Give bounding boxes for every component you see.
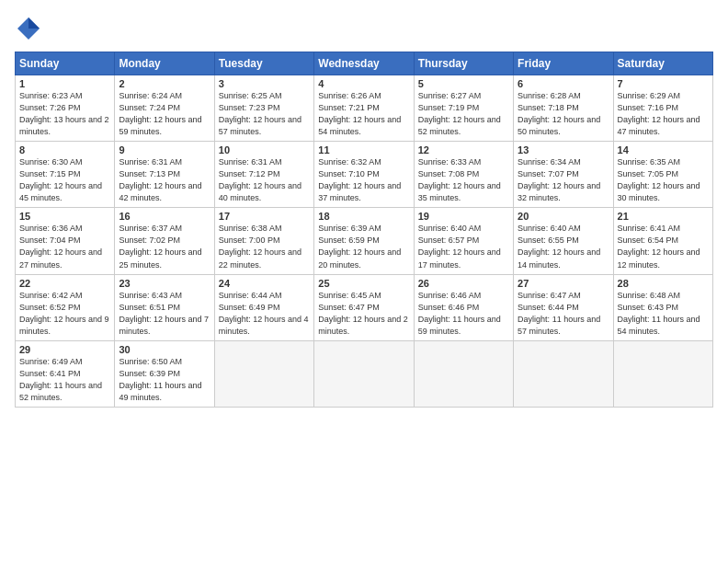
weekday-friday: Friday — [514, 52, 613, 75]
calendar-cell: 29 Sunrise: 6:49 AMSunset: 6:41 PMDaylig… — [16, 340, 115, 407]
day-number: 26 — [418, 278, 509, 289]
calendar-cell — [414, 340, 513, 407]
day-number: 8 — [19, 144, 110, 155]
day-info: Sunrise: 6:31 AMSunset: 7:13 PMDaylight:… — [119, 156, 210, 204]
day-info: Sunrise: 6:32 AMSunset: 7:10 PMDaylight:… — [318, 156, 409, 204]
day-info: Sunrise: 6:48 AMSunset: 6:43 PMDaylight:… — [618, 290, 709, 338]
calendar-cell: 24 Sunrise: 6:44 AMSunset: 6:49 PMDaylig… — [214, 274, 313, 340]
day-info: Sunrise: 6:31 AMSunset: 7:12 PMDaylight:… — [219, 156, 310, 204]
day-number: 28 — [618, 278, 709, 289]
calendar-cell: 18 Sunrise: 6:39 AMSunset: 6:59 PMDaylig… — [314, 208, 414, 274]
calendar-cell: 17 Sunrise: 6:38 AMSunset: 7:00 PMDaylig… — [214, 208, 313, 274]
day-info: Sunrise: 6:26 AMSunset: 7:21 PMDaylight:… — [318, 90, 409, 138]
day-info: Sunrise: 6:28 AMSunset: 7:18 PMDaylight:… — [518, 90, 609, 138]
week-row-5: 29 Sunrise: 6:49 AMSunset: 6:41 PMDaylig… — [16, 340, 713, 407]
header — [15, 15, 713, 42]
logo — [15, 15, 46, 42]
calendar-cell: 3 Sunrise: 6:25 AMSunset: 7:23 PMDayligh… — [214, 75, 313, 142]
day-info: Sunrise: 6:37 AMSunset: 7:02 PMDaylight:… — [119, 223, 210, 270]
week-row-4: 22 Sunrise: 6:42 AMSunset: 6:52 PMDaylig… — [16, 274, 713, 340]
calendar-table: SundayMondayTuesdayWednesdayThursdayFrid… — [15, 52, 713, 408]
calendar-cell: 8 Sunrise: 6:30 AMSunset: 7:15 PMDayligh… — [16, 142, 115, 208]
day-info: Sunrise: 6:43 AMSunset: 6:51 PMDaylight:… — [119, 290, 210, 338]
weekday-header-row: SundayMondayTuesdayWednesdayThursdayFrid… — [16, 52, 713, 75]
day-number: 16 — [119, 211, 210, 222]
day-number: 29 — [19, 344, 110, 355]
day-info: Sunrise: 6:35 AMSunset: 7:05 PMDaylight:… — [618, 156, 709, 204]
day-info: Sunrise: 6:24 AMSunset: 7:24 PMDaylight:… — [119, 90, 210, 138]
calendar-cell: 26 Sunrise: 6:46 AMSunset: 6:46 PMDaylig… — [414, 274, 513, 340]
day-number: 27 — [518, 278, 609, 289]
logo-icon — [15, 15, 42, 42]
weekday-sunday: Sunday — [16, 52, 115, 75]
day-number: 23 — [119, 278, 210, 289]
calendar-cell: 22 Sunrise: 6:42 AMSunset: 6:52 PMDaylig… — [16, 274, 115, 340]
day-info: Sunrise: 6:41 AMSunset: 6:54 PMDaylight:… — [618, 223, 709, 270]
calendar-cell: 12 Sunrise: 6:33 AMSunset: 7:08 PMDaylig… — [414, 142, 513, 208]
calendar-cell: 19 Sunrise: 6:40 AMSunset: 6:57 PMDaylig… — [414, 208, 513, 274]
day-info: Sunrise: 6:46 AMSunset: 6:46 PMDaylight:… — [418, 290, 509, 338]
calendar-cell: 11 Sunrise: 6:32 AMSunset: 7:10 PMDaylig… — [314, 142, 414, 208]
calendar-cell: 14 Sunrise: 6:35 AMSunset: 7:05 PMDaylig… — [613, 142, 712, 208]
day-number: 15 — [19, 211, 110, 222]
day-number: 20 — [518, 211, 609, 222]
calendar-cell: 7 Sunrise: 6:29 AMSunset: 7:16 PMDayligh… — [613, 75, 712, 142]
day-info: Sunrise: 6:34 AMSunset: 7:07 PMDaylight:… — [518, 156, 609, 204]
day-number: 1 — [19, 78, 110, 89]
calendar-cell: 30 Sunrise: 6:50 AMSunset: 6:39 PMDaylig… — [115, 340, 214, 407]
day-info: Sunrise: 6:38 AMSunset: 7:00 PMDaylight:… — [219, 223, 310, 270]
calendar-cell: 20 Sunrise: 6:40 AMSunset: 6:55 PMDaylig… — [514, 208, 613, 274]
day-info: Sunrise: 6:39 AMSunset: 6:59 PMDaylight:… — [318, 223, 409, 270]
day-number: 2 — [119, 78, 210, 89]
weekday-thursday: Thursday — [414, 52, 513, 75]
day-number: 5 — [418, 78, 509, 89]
calendar-cell — [214, 340, 313, 407]
day-number: 6 — [518, 78, 609, 89]
day-number: 17 — [219, 211, 310, 222]
calendar-cell — [613, 340, 712, 407]
day-info: Sunrise: 6:27 AMSunset: 7:19 PMDaylight:… — [418, 90, 509, 138]
calendar-cell: 6 Sunrise: 6:28 AMSunset: 7:18 PMDayligh… — [514, 75, 613, 142]
week-row-3: 15 Sunrise: 6:36 AMSunset: 7:04 PMDaylig… — [16, 208, 713, 274]
day-info: Sunrise: 6:40 AMSunset: 6:57 PMDaylight:… — [418, 223, 509, 270]
calendar-cell: 15 Sunrise: 6:36 AMSunset: 7:04 PMDaylig… — [16, 208, 115, 274]
day-number: 24 — [219, 278, 310, 289]
calendar-cell: 13 Sunrise: 6:34 AMSunset: 7:07 PMDaylig… — [514, 142, 613, 208]
calendar-cell: 21 Sunrise: 6:41 AMSunset: 6:54 PMDaylig… — [613, 208, 712, 274]
day-number: 11 — [318, 144, 409, 155]
calendar-cell: 1 Sunrise: 6:23 AMSunset: 7:26 PMDayligh… — [16, 75, 115, 142]
calendar-cell: 5 Sunrise: 6:27 AMSunset: 7:19 PMDayligh… — [414, 75, 513, 142]
calendar-cell: 27 Sunrise: 6:47 AMSunset: 6:44 PMDaylig… — [514, 274, 613, 340]
day-info: Sunrise: 6:25 AMSunset: 7:23 PMDaylight:… — [219, 90, 310, 138]
day-info: Sunrise: 6:40 AMSunset: 6:55 PMDaylight:… — [518, 223, 609, 270]
svg-marker-1 — [28, 17, 40, 29]
weekday-tuesday: Tuesday — [214, 52, 313, 75]
calendar-cell: 28 Sunrise: 6:48 AMSunset: 6:43 PMDaylig… — [613, 274, 712, 340]
page: SundayMondayTuesdayWednesdayThursdayFrid… — [0, 0, 728, 563]
day-number: 14 — [618, 144, 709, 155]
day-info: Sunrise: 6:30 AMSunset: 7:15 PMDaylight:… — [19, 156, 110, 204]
day-info: Sunrise: 6:44 AMSunset: 6:49 PMDaylight:… — [219, 290, 310, 338]
day-number: 21 — [618, 211, 709, 222]
calendar-cell: 25 Sunrise: 6:45 AMSunset: 6:47 PMDaylig… — [314, 274, 414, 340]
day-number: 9 — [119, 144, 210, 155]
day-info: Sunrise: 6:50 AMSunset: 6:39 PMDaylight:… — [119, 356, 210, 404]
day-number: 7 — [618, 78, 709, 89]
day-info: Sunrise: 6:33 AMSunset: 7:08 PMDaylight:… — [418, 156, 509, 204]
calendar-cell: 10 Sunrise: 6:31 AMSunset: 7:12 PMDaylig… — [214, 142, 313, 208]
calendar-cell: 16 Sunrise: 6:37 AMSunset: 7:02 PMDaylig… — [115, 208, 214, 274]
day-info: Sunrise: 6:23 AMSunset: 7:26 PMDaylight:… — [19, 90, 110, 138]
day-info: Sunrise: 6:47 AMSunset: 6:44 PMDaylight:… — [518, 290, 609, 338]
calendar-cell: 2 Sunrise: 6:24 AMSunset: 7:24 PMDayligh… — [115, 75, 214, 142]
day-info: Sunrise: 6:45 AMSunset: 6:47 PMDaylight:… — [318, 290, 409, 338]
day-number: 4 — [318, 78, 409, 89]
day-number: 25 — [318, 278, 409, 289]
day-number: 19 — [418, 211, 509, 222]
day-number: 13 — [518, 144, 609, 155]
weekday-saturday: Saturday — [613, 52, 712, 75]
day-number: 18 — [318, 211, 409, 222]
day-number: 10 — [219, 144, 310, 155]
day-info: Sunrise: 6:42 AMSunset: 6:52 PMDaylight:… — [19, 290, 110, 338]
day-info: Sunrise: 6:49 AMSunset: 6:41 PMDaylight:… — [19, 356, 110, 404]
calendar-cell: 9 Sunrise: 6:31 AMSunset: 7:13 PMDayligh… — [115, 142, 214, 208]
